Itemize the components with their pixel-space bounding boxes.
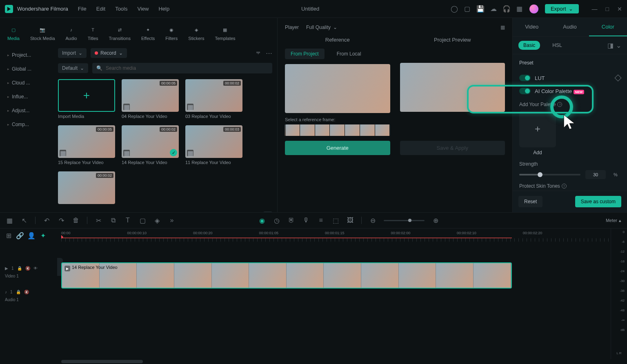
- image-icon[interactable]: 🖼: [347, 217, 354, 224]
- tab-media[interactable]: ▢Media: [3, 23, 24, 43]
- tab-templates[interactable]: ▦Templates: [211, 23, 239, 43]
- sort-dropdown[interactable]: Default ⌄: [58, 63, 88, 73]
- equalizer-icon[interactable]: ≡: [317, 217, 325, 224]
- export-button[interactable]: Export ⌄: [545, 4, 579, 13]
- frame-strip[interactable]: [285, 124, 390, 136]
- more-icon[interactable]: ⋯: [266, 49, 272, 57]
- ai-palette-toggle[interactable]: [519, 88, 531, 94]
- chevron-down-icon[interactable]: ⌄: [616, 42, 621, 49]
- media-item[interactable]: 00:00:05▦ 04 Replace Your Video: [122, 79, 179, 119]
- timeline-ruler[interactable]: 00:00 00:00:00:10 00:00:00:20 00:00:01:0…: [61, 229, 611, 242]
- delete-icon[interactable]: 🗑: [72, 217, 80, 224]
- save-custom-button[interactable]: Save as custom: [575, 196, 621, 207]
- crop-icon[interactable]: ⧉: [109, 217, 117, 224]
- person-icon[interactable]: 👤: [28, 232, 35, 239]
- compare-icon[interactable]: ◨: [607, 42, 614, 49]
- timeline-clip[interactable]: ▶ 14 Replace Your Video: [61, 262, 512, 289]
- minimize-button[interactable]: —: [592, 6, 598, 12]
- subtab-hsl[interactable]: HSL: [547, 41, 567, 50]
- search-input[interactable]: 🔍 Search media: [92, 63, 272, 73]
- menu-help[interactable]: Help: [158, 6, 169, 12]
- menu-file[interactable]: File: [78, 6, 87, 12]
- mic-icon[interactable]: 🎙: [302, 217, 310, 224]
- cut-icon[interactable]: ✂: [95, 217, 102, 224]
- zoom-out-icon[interactable]: ⊖: [369, 217, 376, 224]
- add-track-icon[interactable]: ⊞: [5, 232, 12, 239]
- media-item[interactable]: 00:00:03▦ 11 Replace Your Video: [185, 125, 242, 165]
- quality-dropdown[interactable]: Full Quality ⌄: [306, 24, 337, 30]
- reset-button[interactable]: Reset: [518, 196, 543, 207]
- menu-edit[interactable]: Edit: [96, 6, 105, 12]
- lock-icon[interactable]: 🔒: [17, 266, 22, 271]
- tab-from-local[interactable]: From Local: [331, 49, 367, 59]
- generate-button[interactable]: Generate: [285, 141, 390, 155]
- sidebar-item-influence[interactable]: ▸Influe...: [2, 90, 51, 104]
- mute-icon[interactable]: 🔇: [24, 290, 29, 294]
- meter-dropdown[interactable]: Meter ▴: [606, 218, 621, 223]
- add-palette-button[interactable]: +: [519, 111, 556, 147]
- media-item[interactable]: 00:00:02: [58, 171, 115, 204]
- zoom-in-icon[interactable]: ⊕: [432, 217, 439, 224]
- cursor-icon[interactable]: ↖: [20, 217, 28, 224]
- shield-icon[interactable]: ⛨: [288, 217, 295, 224]
- media-item[interactable]: 00:00:02▦ 03 Replace Your Video: [185, 79, 242, 119]
- tag-icon[interactable]: ◈: [153, 217, 161, 224]
- filter-icon[interactable]: ⫧: [255, 49, 262, 57]
- menu-tools[interactable]: Tools: [115, 6, 127, 12]
- sidebar-item-global[interactable]: ▸Global ...: [2, 62, 51, 76]
- user-avatar[interactable]: [529, 4, 538, 13]
- cloud-icon[interactable]: ☁: [490, 6, 497, 12]
- import-dropdown[interactable]: Import ⌄: [58, 48, 87, 58]
- device-icon[interactable]: ⬚: [332, 217, 339, 224]
- tab-filters[interactable]: ◉Filters: [161, 23, 182, 43]
- tab-transitions[interactable]: ⇄Transitions: [105, 23, 135, 43]
- monitor-icon[interactable]: ▢: [464, 6, 471, 12]
- tab-from-project[interactable]: From Project: [285, 49, 325, 59]
- tab-audio[interactable]: ♪Audio: [62, 23, 81, 43]
- mute-icon[interactable]: 🔇: [25, 266, 30, 271]
- media-item[interactable]: 00:00:05▦ 15 Replace Your Video: [58, 125, 115, 165]
- ai-icon[interactable]: ◉: [258, 217, 266, 224]
- redo-icon[interactable]: ↷: [58, 217, 65, 224]
- maximize-button[interactable]: □: [606, 6, 609, 12]
- strength-slider[interactable]: [519, 174, 580, 175]
- tab-titles[interactable]: TTitles: [84, 23, 102, 43]
- sidebar-item-cloud[interactable]: ▸Cloud ...: [2, 76, 51, 90]
- info-icon[interactable]: ?: [562, 184, 567, 189]
- tab-stock-media[interactable]: 📷Stock Media: [26, 23, 59, 43]
- sidebar-item-comp[interactable]: ▸Comp...: [2, 118, 51, 131]
- sidebar-item-project[interactable]: ▸Project...: [2, 48, 51, 62]
- lock-icon[interactable]: 🔒: [16, 290, 21, 294]
- text-icon[interactable]: T: [124, 217, 131, 224]
- link-icon[interactable]: 🔗: [16, 232, 24, 239]
- timeline-scrollbar[interactable]: [0, 359, 627, 364]
- undo-icon[interactable]: ↶: [43, 217, 50, 224]
- speed-icon[interactable]: ◷: [273, 217, 280, 224]
- tab-video[interactable]: Video: [513, 18, 551, 36]
- save-apply-button[interactable]: Save & Apply: [400, 141, 505, 155]
- apps-icon[interactable]: ▦: [516, 6, 523, 12]
- tab-effects[interactable]: ✦Effects: [137, 23, 159, 43]
- tab-stickers[interactable]: ◈Stickers: [184, 23, 208, 43]
- eye-icon[interactable]: 👁: [33, 266, 38, 271]
- media-item[interactable]: 00:00:02▦✓ 14 Replace Your Video: [122, 125, 179, 165]
- record-button[interactable]: Record ⌄: [91, 48, 127, 58]
- save-icon[interactable]: 💾: [477, 6, 484, 12]
- layout-icon[interactable]: ▦: [6, 217, 13, 224]
- menu-view[interactable]: View: [137, 6, 149, 12]
- subtab-basic[interactable]: Basic: [518, 41, 540, 50]
- zoom-slider[interactable]: [384, 220, 425, 221]
- keyframe-icon[interactable]: [615, 75, 622, 82]
- info-icon[interactable]: ?: [557, 102, 562, 107]
- import-media-tile[interactable]: + Import Media: [58, 79, 115, 119]
- status-icon[interactable]: ◯: [451, 6, 458, 12]
- more-icon[interactable]: »: [168, 217, 176, 224]
- sidebar-item-adjust[interactable]: ▸Adjust...: [2, 104, 51, 118]
- lut-toggle[interactable]: [519, 75, 531, 81]
- timeline-tracks[interactable]: 00:00 00:00:00:10 00:00:00:20 00:00:01:0…: [61, 229, 611, 359]
- tab-color[interactable]: Color: [589, 18, 627, 36]
- tab-audio[interactable]: Audio: [551, 18, 589, 36]
- headphones-icon[interactable]: 🎧: [503, 6, 510, 12]
- view-grid-icon[interactable]: ▦: [500, 24, 505, 30]
- object-icon[interactable]: ▢: [139, 217, 146, 224]
